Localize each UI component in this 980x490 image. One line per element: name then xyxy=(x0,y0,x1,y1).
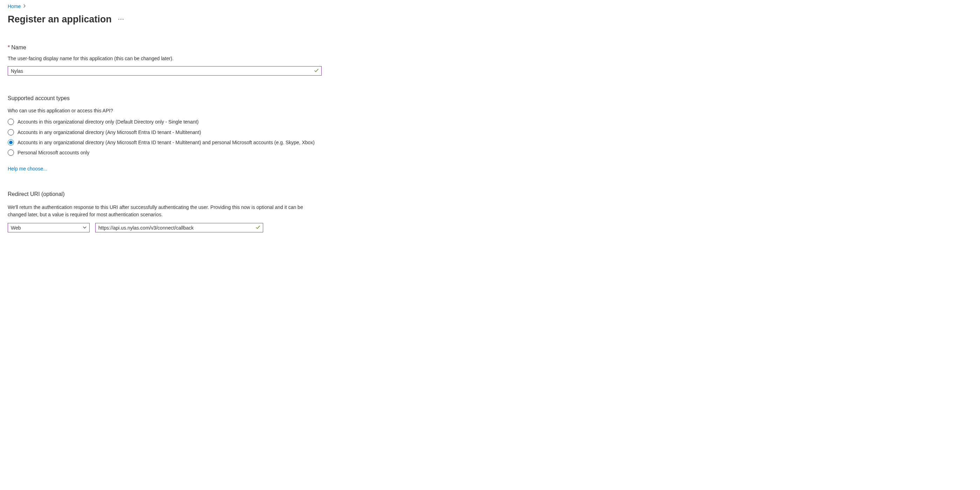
radio-icon xyxy=(8,129,14,135)
breadcrumb-home-link[interactable]: Home xyxy=(8,3,21,9)
redirect-description: We'll return the authentication response… xyxy=(8,204,323,218)
name-label: * Name xyxy=(8,45,972,51)
account-types-heading: Supported account types xyxy=(8,95,972,102)
redirect-uri-input[interactable] xyxy=(95,223,263,232)
platform-select[interactable]: Web xyxy=(8,223,90,232)
breadcrumb: Home xyxy=(8,3,972,9)
redirect-heading: Redirect URI (optional) xyxy=(8,191,972,197)
radio-label: Accounts in any organizational directory… xyxy=(18,129,201,136)
account-types-description: Who can use this application or access t… xyxy=(8,108,972,113)
account-types-radio-group: Accounts in this organizational director… xyxy=(8,118,321,156)
redirect-uri-wrap xyxy=(95,223,263,232)
title-row: Register an application ··· xyxy=(8,14,972,25)
radio-label: Accounts in this organizational director… xyxy=(18,118,199,125)
radio-personal-only[interactable]: Personal Microsoft accounts only xyxy=(8,149,321,156)
required-asterisk: * xyxy=(8,45,10,51)
name-description: The user-facing display name for this ap… xyxy=(8,55,323,62)
radio-icon xyxy=(8,119,14,125)
radio-icon xyxy=(8,150,14,156)
help-me-choose-link[interactable]: Help me choose... xyxy=(8,166,47,172)
radio-label: Personal Microsoft accounts only xyxy=(18,149,89,156)
radio-icon xyxy=(8,139,14,146)
name-input-wrap xyxy=(8,66,321,76)
chevron-right-icon xyxy=(23,4,26,9)
radio-label: Accounts in any organizational directory… xyxy=(18,139,315,146)
more-actions-button[interactable]: ··· xyxy=(118,16,124,24)
page-title: Register an application xyxy=(8,14,111,25)
redirect-row: Web xyxy=(8,223,972,232)
platform-select-value: Web xyxy=(11,225,21,231)
radio-multitenant-personal[interactable]: Accounts in any organizational directory… xyxy=(8,139,321,146)
name-label-text: Name xyxy=(11,45,26,51)
platform-select-wrap: Web xyxy=(8,223,90,232)
name-input[interactable] xyxy=(8,66,321,76)
radio-multitenant[interactable]: Accounts in any organizational directory… xyxy=(8,129,321,136)
radio-single-tenant[interactable]: Accounts in this organizational director… xyxy=(8,118,321,125)
